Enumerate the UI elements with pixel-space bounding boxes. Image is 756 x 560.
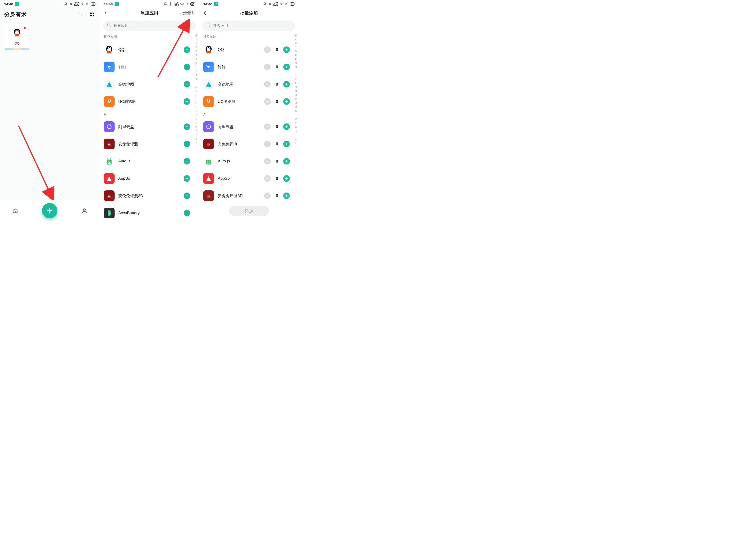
- search-field[interactable]: [114, 24, 192, 28]
- app-row-qq[interactable]: QQ: [100, 41, 195, 58]
- minus-button[interactable]: [264, 81, 271, 87]
- nav-home-icon[interactable]: [12, 207, 18, 214]
- add-button[interactable]: [184, 193, 190, 199]
- minus-button[interactable]: [264, 193, 271, 199]
- index-letter[interactable]: L: [295, 82, 297, 84]
- index-letter[interactable]: R: [295, 106, 297, 108]
- app-row-accubattery[interactable]: AccuBattery: [100, 204, 195, 221]
- index-letter[interactable]: X: [295, 129, 297, 132]
- plus-button[interactable]: [283, 158, 290, 164]
- add-button[interactable]: [184, 141, 190, 147]
- back-button[interactable]: [201, 9, 209, 17]
- app-row-antutu[interactable]: 安兔兔评测 0: [199, 135, 294, 153]
- fab-add-button[interactable]: [42, 203, 57, 218]
- app-row-gaode[interactable]: 高德地图: [100, 76, 195, 93]
- app-row-dingtalk[interactable]: 钉钉: [100, 58, 195, 76]
- index-letter[interactable]: U: [295, 118, 297, 120]
- index-letter[interactable]: H: [295, 66, 297, 68]
- batch-add-action[interactable]: 批量添加: [180, 11, 195, 16]
- minus-button[interactable]: [264, 158, 271, 164]
- index-letter[interactable]: T: [196, 114, 197, 116]
- app-row-autojs[interactable]: JS Auto.js 0: [199, 153, 294, 170]
- index-letter[interactable]: N: [295, 90, 297, 93]
- index-letter[interactable]: C: [295, 46, 297, 49]
- plus-button[interactable]: [283, 98, 290, 105]
- index-letter[interactable]: Y: [295, 134, 297, 136]
- nav-profile-icon[interactable]: [81, 207, 88, 214]
- app-row-antutu3d[interactable]: 安兔兔评测3D 0: [199, 187, 294, 204]
- plus-button[interactable]: [283, 175, 290, 182]
- index-letter[interactable]: I: [196, 70, 197, 73]
- minus-button[interactable]: [264, 64, 271, 70]
- plus-button[interactable]: [283, 81, 290, 87]
- index-letter[interactable]: B: [196, 42, 197, 45]
- search-input[interactable]: [202, 21, 295, 31]
- app-row-autojs[interactable]: JS Auto.js: [100, 153, 195, 170]
- index-letter[interactable]: K: [295, 78, 297, 80]
- app-row-appso[interactable]: AppSo 0: [199, 170, 294, 187]
- plus-button[interactable]: [283, 193, 290, 199]
- app-row-uc[interactable]: UC浏览器: [100, 93, 195, 110]
- clone-card-qq[interactable]: QQ: [3, 24, 31, 49]
- index-letter[interactable]: K: [196, 78, 197, 80]
- index-letter[interactable]: M: [295, 86, 297, 88]
- index-letter[interactable]: F: [295, 58, 297, 61]
- index-letter[interactable]: O: [195, 94, 197, 96]
- index-letter[interactable]: B: [295, 42, 297, 45]
- minus-button[interactable]: [264, 141, 271, 147]
- confirm-add-button[interactable]: 添加: [229, 206, 269, 216]
- back-button[interactable]: [102, 9, 110, 17]
- index-letter[interactable]: P: [295, 98, 297, 100]
- index-letter[interactable]: A: [295, 38, 297, 41]
- index-letter[interactable]: D: [196, 50, 197, 53]
- index-letter[interactable]: Q: [295, 102, 297, 104]
- index-letter[interactable]: L: [196, 82, 197, 84]
- index-letter[interactable]: #: [196, 141, 197, 144]
- index-letter[interactable]: Z: [196, 137, 197, 140]
- app-row-antutu3d[interactable]: 3D 安兔兔评测3D: [100, 187, 195, 204]
- app-row-appso[interactable]: AppSo: [100, 170, 195, 187]
- index-letter[interactable]: E: [295, 54, 297, 57]
- add-button[interactable]: [184, 123, 190, 130]
- index-letter[interactable]: J: [295, 74, 297, 77]
- card-kebab-icon[interactable]: [28, 26, 29, 29]
- search-field[interactable]: [213, 24, 292, 28]
- app-row-aliyun[interactable]: 阿里云盘: [100, 118, 195, 135]
- index-letter[interactable]: S: [196, 110, 197, 112]
- index-letter[interactable]: E: [196, 54, 197, 57]
- sort-icon[interactable]: [77, 11, 83, 18]
- index-letter[interactable]: P: [196, 98, 197, 100]
- alpha-index-bar[interactable]: ★ ABCDEFGHIJKLMNOPQRSTUVWXYZ#: [294, 33, 298, 219]
- index-letter[interactable]: O: [295, 94, 297, 96]
- app-row-dingtalk[interactable]: 钉钉 0: [199, 58, 294, 76]
- index-letter[interactable]: V: [196, 122, 197, 124]
- plus-button[interactable]: [283, 123, 290, 130]
- index-letter[interactable]: W: [295, 125, 297, 128]
- add-button[interactable]: [184, 64, 190, 70]
- add-button[interactable]: [184, 175, 190, 182]
- plus-button[interactable]: [283, 46, 290, 53]
- index-letter[interactable]: G: [195, 62, 197, 65]
- app-row-gaode[interactable]: 高德地图 0: [199, 76, 294, 93]
- app-row-aliyun[interactable]: 阿里云盘 0: [199, 118, 294, 135]
- index-letter[interactable]: T: [295, 114, 297, 116]
- minus-button[interactable]: [264, 46, 271, 53]
- search-input[interactable]: [103, 21, 196, 31]
- app-row-antutu[interactable]: 安兔兔评测: [100, 135, 195, 153]
- index-letter[interactable]: X: [196, 129, 197, 132]
- index-letter[interactable]: M: [195, 86, 197, 88]
- index-letter[interactable]: H: [196, 66, 197, 68]
- index-letter[interactable]: Q: [195, 102, 197, 104]
- index-letter[interactable]: R: [196, 106, 197, 108]
- app-list[interactable]: 推荐应用 QQ 0 钉钉 0 高德地: [199, 33, 299, 221]
- plus-button[interactable]: [283, 141, 290, 147]
- index-letter[interactable]: N: [196, 90, 197, 93]
- index-letter[interactable]: W: [195, 125, 197, 128]
- index-letter[interactable]: A: [196, 38, 197, 41]
- app-row-qq[interactable]: QQ 0: [199, 41, 294, 58]
- add-button[interactable]: [184, 98, 190, 105]
- index-letter[interactable]: J: [196, 74, 197, 77]
- add-button[interactable]: [184, 210, 190, 216]
- index-letter[interactable]: Y: [196, 134, 197, 136]
- index-letter[interactable]: D: [295, 50, 297, 53]
